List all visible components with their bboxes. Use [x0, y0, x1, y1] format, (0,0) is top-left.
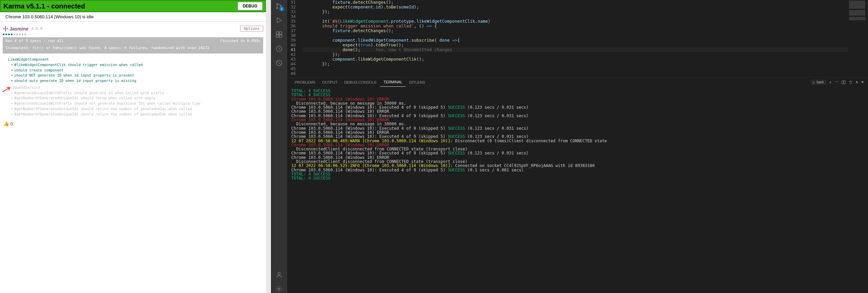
run-summary-bar: Ran 4 of 9 specs - run all finished in 0…: [3, 37, 263, 44]
jasmine-header: Jasmine 3.6.0 Options: [3, 25, 263, 33]
run-summary-text[interactable]: Ran 4 of 9 specs - run all: [5, 39, 64, 43]
jasmine-section: Jasmine 3.6.0 Options Ran 4 of 9 specs -…: [0, 22, 266, 120]
editor-area: 31323334353637383940414243444546 fixture…: [287, 0, 868, 293]
close-panel-icon[interactable]: ✕: [861, 80, 864, 84]
extensions-icon[interactable]: [275, 30, 283, 39]
split-terminal-icon[interactable]: [841, 80, 846, 85]
spec-link[interactable]: #getNumberOfGeneratedUniqueIds should th…: [8, 96, 260, 101]
svg-point-5: [276, 3, 278, 5]
suite-link[interactable]: LikeWidgetComponent: [8, 57, 260, 62]
terminal-dropdown-icon[interactable]: ﹀: [835, 80, 839, 85]
svg-point-0: [5, 28, 6, 29]
tab-output[interactable]: OUTPUT: [319, 78, 341, 87]
source-control-icon[interactable]: 1: [275, 2, 283, 10]
spec-link[interactable]: #getNumberOfGeneratedUniqueIds should re…: [8, 112, 260, 117]
karma-report-pane: Karma v5.1.1 - connected DEBUG Chrome 10…: [0, 0, 266, 293]
svg-point-15: [278, 272, 280, 275]
test-icon[interactable]: [275, 45, 283, 53]
thumbs-up-icon[interactable]: 👍: [3, 121, 9, 126]
terminal-output[interactable]: TOTAL: 4 SUCCESSTOTAL: 4 SUCCESSChrome 1…: [287, 87, 868, 293]
spec-dot[interactable]: [24, 34, 26, 35]
svg-point-6: [276, 7, 278, 9]
karma-browser-status: Chrome 103.0.5060.114 (Windows 10) is id…: [0, 12, 266, 22]
annotation-arrow-icon: [2, 86, 12, 93]
spec-dot[interactable]: [5, 34, 7, 35]
accounts-icon[interactable]: [275, 271, 283, 279]
spec-dot[interactable]: [8, 34, 10, 35]
code-body[interactable]: fixture.detectChanges(); expect(componen…: [302, 0, 848, 77]
minimap[interactable]: [848, 0, 868, 77]
incomplete-bar[interactable]: Incomplete: fit() or fdescribe() was fou…: [3, 44, 263, 54]
spec-link[interactable]: should create component: [8, 68, 260, 73]
tab-problems[interactable]: PROBLEMS: [291, 78, 319, 87]
svg-rect-18: [844, 81, 846, 84]
spec-link[interactable]: #likeWidgetComponentClik should trigger …: [8, 62, 260, 68]
spec-link[interactable]: #getNumberOfGeneratedUniqueIds should re…: [8, 106, 260, 112]
svg-line-14: [277, 61, 281, 65]
svg-point-16: [278, 288, 280, 290]
spec-link[interactable]: should auto generate ID when id input pr…: [8, 78, 260, 84]
tab-terminal[interactable]: TERMINAL: [380, 78, 406, 87]
code-editor[interactable]: 31323334353637383940414243444546 fixture…: [287, 0, 868, 77]
jasmine-logo: Jasmine: [3, 26, 28, 32]
jasmine-label: Jasmine: [9, 26, 28, 32]
karma-header: Karma v5.1.1 - connected DEBUG: [0, 0, 266, 12]
like-count: 0: [10, 121, 13, 126]
svg-rect-8: [276, 32, 279, 34]
vscode-pane: 1 31323334353637383940414243444546 fixtu…: [271, 0, 868, 293]
svg-rect-11: [279, 35, 282, 37]
panel-tabs: PROBLEMS OUTPUT DEBUG CONSOLE TERMINAL G…: [287, 77, 868, 87]
spec-dot[interactable]: [3, 34, 4, 35]
spec-dot[interactable]: [16, 34, 18, 35]
gear-icon[interactable]: [275, 285, 283, 293]
line-gutter: 31323334353637383940414243444546: [287, 0, 302, 77]
account-stop-icon[interactable]: [275, 59, 283, 67]
kill-terminal-icon[interactable]: [849, 80, 853, 84]
svg-point-3: [3, 28, 4, 29]
svg-point-2: [5, 29, 6, 31]
svg-point-1: [5, 26, 6, 28]
suite-link[interactable]: UniqueIdService: [8, 85, 40, 90]
svg-rect-10: [276, 35, 279, 37]
pane-divider[interactable]: [266, 0, 271, 293]
activity-bar: 1: [271, 0, 287, 293]
new-terminal-icon[interactable]: ＋: [828, 80, 832, 85]
svg-rect-17: [842, 81, 844, 84]
svg-point-4: [6, 28, 8, 29]
jasmine-icon: [3, 26, 8, 32]
spec-link[interactable]: #generateUniqueIdWithPrefix should not g…: [8, 101, 260, 106]
options-button[interactable]: Options: [240, 26, 263, 32]
spec-dot[interactable]: [19, 34, 21, 35]
panel-actions: ▷ bash ＋ ﹀ ∧ ✕: [811, 80, 864, 85]
run-debug-icon[interactable]: [275, 16, 283, 24]
spec-dot[interactable]: [11, 34, 13, 35]
run-finished-in: finished in 0.095s: [220, 39, 260, 43]
debug-button[interactable]: DEBUG: [238, 2, 262, 10]
jasmine-version: 3.6.0: [31, 26, 42, 31]
terminal-shell-select[interactable]: ▷ bash: [811, 80, 826, 84]
like-widget-row: 👍 0: [0, 120, 266, 128]
spec-link[interactable]: #generateUniqueIdWithPrefix should gener…: [8, 90, 260, 96]
spec-dots-row: [3, 33, 263, 37]
scm-badge: 1: [279, 6, 284, 11]
spec-dot[interactable]: [22, 34, 23, 35]
svg-rect-9: [279, 32, 282, 34]
tab-debug-console[interactable]: DEBUG CONSOLE: [341, 78, 380, 87]
karma-title: Karma v5.1.1 - connected: [3, 2, 85, 10]
spec-link[interactable]: should NOT generate ID when id input pro…: [8, 73, 260, 78]
tab-gitlens[interactable]: GITLENS: [406, 78, 428, 87]
spec-list: LikeWidgetComponent#likeWidgetComponentC…: [3, 54, 263, 120]
maximize-panel-icon[interactable]: ∧: [855, 80, 858, 84]
spec-dot[interactable]: [14, 34, 15, 35]
